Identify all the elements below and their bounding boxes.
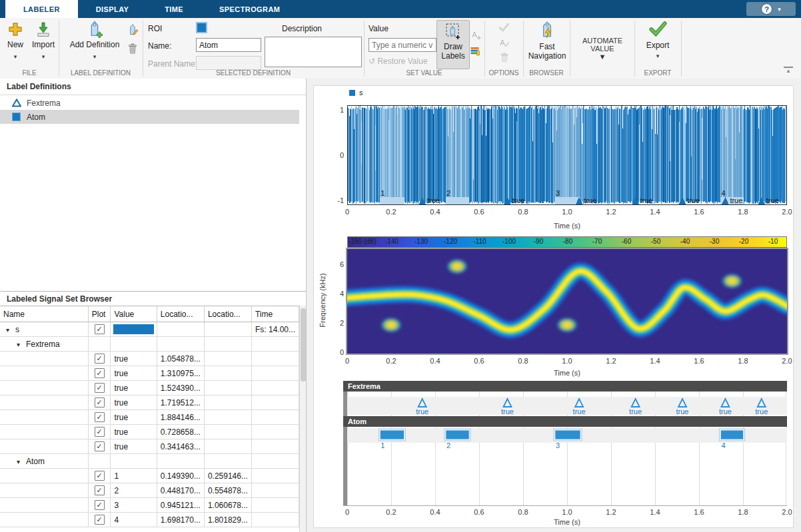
plot-checkbox[interactable]: ✓ <box>95 471 105 481</box>
table-row[interactable]: ✓41.698170...1.801829... <box>0 513 299 527</box>
name-field[interactable] <box>196 38 261 52</box>
table-row[interactable]: ✓true1.524390... <box>0 381 299 396</box>
plot-checkbox[interactable]: ✓ <box>95 500 105 510</box>
table-row[interactable]: ✓true1.884146... <box>0 410 299 425</box>
export-check-icon <box>649 21 667 37</box>
track-header-fextrema[interactable]: Fextrema <box>343 381 787 392</box>
undo-icon: ↺ <box>369 57 375 66</box>
label-definitions-panel: Label Definitions Fextrema Atom <box>0 79 306 292</box>
label-definitions-title: Label Definitions <box>7 82 71 91</box>
table-row[interactable]: ✓10.149390...0.259146... <box>0 469 299 483</box>
label-check-icon: A <box>498 37 510 48</box>
import-button-label: Import <box>29 40 57 49</box>
table-row[interactable]: ▾Atom <box>0 454 299 469</box>
scrollbar-thumb[interactable] <box>301 308 306 382</box>
label-definition-section-label: LABEL DEFINITION <box>59 69 143 77</box>
restore-value-label: Restore Value <box>377 57 427 66</box>
signal-labeler-app: LABELER DISPLAY TIME SPECTROGRAM ? ▾ New… <box>0 0 801 532</box>
column-header[interactable]: Name <box>0 306 88 322</box>
lssb-table-wrap: NamePlotValueLocatio...Locatio...Time▾s✓… <box>0 306 299 532</box>
lssb-title: Labeled Signal Set Browser <box>7 294 112 304</box>
import-button[interactable]: Import ▾ <box>29 19 57 69</box>
tab-time[interactable]: TIME <box>147 0 201 18</box>
column-header[interactable]: Locatio... <box>157 306 204 322</box>
draw-labels-icon <box>445 23 461 40</box>
table-row[interactable]: ✓true0.728658... <box>0 425 299 439</box>
plot-checkbox[interactable]: ✓ <box>95 368 105 378</box>
add-definition-label: Add Definition <box>64 40 125 49</box>
plot-checkbox[interactable]: ✓ <box>95 324 105 334</box>
new-button[interactable]: New ▾ <box>1 19 29 69</box>
point-label-text: true <box>687 196 700 204</box>
chevron-down-icon[interactable]: ▼ <box>570 53 634 61</box>
automate-value-label: AUTOMATE VALUE <box>570 37 634 53</box>
plot-checkbox[interactable]: ✓ <box>95 515 105 525</box>
label-tracks-panel[interactable]: FextremaAtomtruetruetruetruetruetruetrue… <box>343 381 787 506</box>
help-button[interactable]: ? ▾ <box>746 2 796 16</box>
description-field[interactable] <box>265 37 362 67</box>
point-label-text: true <box>512 196 525 204</box>
label-definition-name: Fextrema <box>27 99 61 108</box>
expand-caret-icon[interactable]: ▾ <box>17 341 26 348</box>
fextrema-triangle-icon <box>12 99 21 107</box>
label-viewer-icon[interactable] <box>470 45 482 57</box>
chevron-down-icon: ▾ <box>29 54 57 60</box>
fast-navigation-button[interactable]: Fast Navigation <box>526 19 568 69</box>
column-header[interactable]: Plot <box>88 306 111 322</box>
expand-caret-icon[interactable]: ▾ <box>6 326 15 334</box>
atom-square-icon <box>12 113 21 121</box>
spectrogram-blob <box>721 273 744 289</box>
fast-navigation-label: Fast Navigation <box>522 42 572 61</box>
add-definition-button[interactable]: Add Definition ▾ <box>64 19 125 69</box>
auto-label-icon: A <box>470 29 482 41</box>
tab-labeler[interactable]: LABELER <box>5 0 78 18</box>
signal-plot[interactable]: 1234truetruetruetruetruetruetrue <box>347 105 787 205</box>
label-definition-item-fextrema[interactable]: Fextrema <box>0 96 299 110</box>
column-header[interactable]: Locatio... <box>204 306 251 322</box>
value-field[interactable] <box>369 38 436 52</box>
table-row[interactable]: ✓20.448170...0.554878... <box>0 483 299 498</box>
column-header[interactable]: Time <box>251 306 299 322</box>
accept-icon <box>498 23 510 32</box>
chevron-down-icon: ▾ <box>638 53 677 59</box>
table-row[interactable]: ✓true0.341463... <box>0 439 299 454</box>
export-section-label: EXPORT <box>634 69 681 77</box>
label-definition-item-atom[interactable]: Atom <box>0 110 299 124</box>
column-header[interactable]: Value <box>111 306 157 322</box>
draw-labels-button[interactable]: Draw Labels <box>436 20 470 69</box>
tab-display[interactable]: DISPLAY <box>78 0 147 18</box>
svg-text:A: A <box>472 31 477 39</box>
edit-definition-icon[interactable] <box>126 23 139 37</box>
roi-region-label: 1 <box>381 189 385 197</box>
plot-checkbox[interactable]: ✓ <box>95 383 105 393</box>
table-row[interactable]: ✓30.945121...1.060678... <box>0 498 299 513</box>
collapse-ribbon-button[interactable]: ▲ <box>784 67 793 74</box>
spectrogram-plot[interactable] <box>346 248 788 355</box>
expand-caret-icon[interactable]: ▾ <box>17 458 26 465</box>
plot-checkbox[interactable]: ✓ <box>95 412 105 422</box>
table-row[interactable]: ✓true1.310975... <box>0 366 299 381</box>
ribbon-tab-bar: LABELER DISPLAY TIME SPECTROGRAM ? ▾ <box>0 0 801 18</box>
tab-spectrogram[interactable]: SPECTROGRAM <box>201 0 298 18</box>
plot-checkbox[interactable]: ✓ <box>95 398 105 407</box>
delete-definition-icon[interactable] <box>127 42 139 55</box>
plot-checkbox[interactable]: ✓ <box>95 485 105 495</box>
chevron-down-icon: ▾ <box>1 54 29 60</box>
plot-checkbox[interactable]: ✓ <box>95 427 105 437</box>
plot-checkbox[interactable]: ✓ <box>95 441 105 451</box>
track-header-atom[interactable]: Atom <box>343 416 787 427</box>
roi-region-label: 2 <box>446 189 450 197</box>
labeled-signal-set-browser: Labeled Signal Set Browser NamePlotValue… <box>0 292 306 532</box>
row-name: Atom <box>26 457 45 466</box>
automate-value-gallery[interactable]: AUTOMATE VALUE ▼ <box>570 18 634 70</box>
table-row[interactable]: ✓true1.719512... <box>0 396 299 410</box>
table-row[interactable]: ▾s✓Fs: 14.00... <box>0 322 299 337</box>
row-name: Fextrema <box>26 340 60 349</box>
export-button[interactable]: Export ▾ <box>638 19 677 69</box>
label-definition-name: Atom <box>27 113 45 122</box>
table-row[interactable]: ✓true1.054878... <box>0 352 299 366</box>
table-row[interactable]: ▾Fextrema <box>0 337 299 352</box>
new-plus-icon <box>7 21 23 37</box>
parent-name-label: Parent Name: <box>148 59 197 69</box>
plot-checkbox[interactable]: ✓ <box>95 354 105 364</box>
